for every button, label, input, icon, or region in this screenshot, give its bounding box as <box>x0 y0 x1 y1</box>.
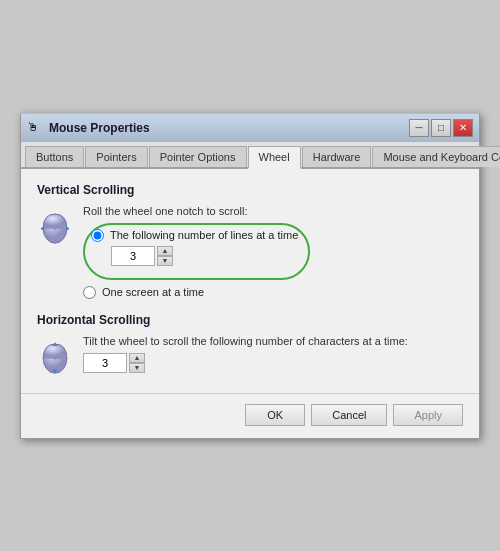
tab-buttons[interactable]: Buttons <box>25 146 84 167</box>
apply-button[interactable]: Apply <box>393 404 463 426</box>
content-area: Vertical Scrolling <box>21 169 479 393</box>
tab-wheel[interactable]: Wheel <box>248 146 301 169</box>
title-bar: 🖱 Mouse Properties ─ □ ✕ <box>21 114 479 142</box>
roll-label: Roll the wheel one notch to scroll: <box>83 205 463 217</box>
tab-hardware[interactable]: Hardware <box>302 146 372 167</box>
lines-spin-input[interactable] <box>111 246 155 266</box>
radio-lines-label[interactable]: The following number of lines at a time <box>110 229 298 241</box>
radio-screen-row: One screen at a time <box>83 286 463 299</box>
lines-spin-down[interactable]: ▼ <box>157 256 173 266</box>
close-button[interactable]: ✕ <box>453 119 473 137</box>
chars-spin-input[interactable] <box>83 353 127 373</box>
footer: OK Cancel Apply <box>21 393 479 438</box>
vertical-mouse-icon <box>37 205 73 245</box>
minimize-button[interactable]: ─ <box>409 119 429 137</box>
horizontal-mouse-icon <box>37 335 73 375</box>
tilt-label: Tilt the wheel to scroll the following n… <box>83 335 463 347</box>
oval-highlight: The following number of lines at a time … <box>83 223 310 280</box>
horizontal-scrolling-title: Horizontal Scrolling <box>37 313 463 327</box>
cancel-button[interactable]: Cancel <box>311 404 387 426</box>
lines-spin-buttons: ▲ ▼ <box>157 246 173 266</box>
radio-lines-at-a-time[interactable] <box>91 229 104 242</box>
chars-spin-row: ▲ ▼ <box>83 353 463 373</box>
maximize-button[interactable]: □ <box>431 119 451 137</box>
vertical-options: Roll the wheel one notch to scroll: The … <box>83 205 463 303</box>
tab-pointer-options[interactable]: Pointer Options <box>149 146 247 167</box>
tab-pointers[interactable]: Pointers <box>85 146 147 167</box>
radio-one-screen[interactable] <box>83 286 96 299</box>
chars-spin-buttons: ▲ ▼ <box>129 353 145 373</box>
tab-bar: Buttons Pointers Pointer Options Wheel H… <box>21 142 479 169</box>
horizontal-scrolling-section: Tilt the wheel to scroll the following n… <box>37 335 463 379</box>
radio-lines-row: The following number of lines at a time <box>91 229 298 242</box>
svg-marker-7 <box>66 225 70 230</box>
lines-spin-up[interactable]: ▲ <box>157 246 173 256</box>
chars-spin-down[interactable]: ▼ <box>129 363 145 373</box>
mouse-properties-window: 🖱 Mouse Properties ─ □ ✕ Buttons Pointer… <box>20 113 480 439</box>
tab-mouse-keyboard-center[interactable]: Mouse and Keyboard Center <box>372 146 500 167</box>
svg-marker-6 <box>40 225 44 230</box>
vertical-scrolling-section: Roll the wheel one notch to scroll: The … <box>37 205 463 303</box>
title-bar-controls: ─ □ ✕ <box>409 119 473 137</box>
vertical-scrolling-title: Vertical Scrolling <box>37 183 463 197</box>
chars-spin-up[interactable]: ▲ <box>129 353 145 363</box>
horizontal-options: Tilt the wheel to scroll the following n… <box>83 335 463 379</box>
window-title: Mouse Properties <box>49 121 150 135</box>
radio-screen-label[interactable]: One screen at a time <box>102 286 204 298</box>
lines-spin-row: ▲ ▼ <box>111 246 298 266</box>
title-bar-left: 🖱 Mouse Properties <box>27 120 150 136</box>
ok-button[interactable]: OK <box>245 404 305 426</box>
window-icon: 🖱 <box>27 120 43 136</box>
